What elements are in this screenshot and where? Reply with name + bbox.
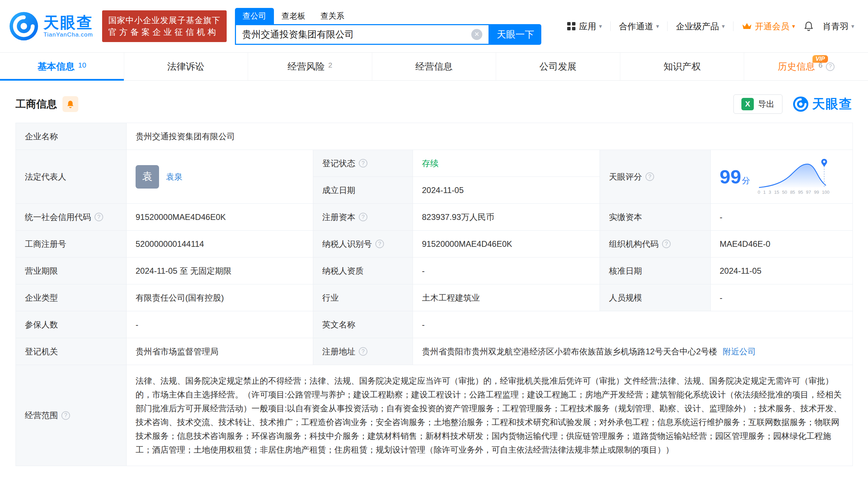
nav-divider: [610, 21, 611, 31]
field-label: 参保人数: [25, 320, 58, 329]
field-label-cell: 营业期限: [16, 257, 127, 284]
top-nav: 应用 ▾ 合作通道 ▾ 企业级产品 ▾ 开通会员 ▾: [567, 21, 854, 32]
score-axis-labels: 01 315 5085 9597 99100: [758, 190, 829, 195]
tab-label: 经营信息: [415, 60, 453, 73]
tab-label: 公司发展: [540, 60, 577, 73]
company-type-cell: 有限责任公司(国有控股): [127, 284, 313, 311]
company-type: 有限责任公司(国有控股): [136, 293, 224, 302]
help-icon[interactable]: ?: [826, 62, 835, 71]
tab-intellectual-property[interactable]: 知识产权: [620, 53, 744, 80]
export-button[interactable]: X 导出: [733, 94, 782, 114]
search-box: ×: [235, 24, 490, 45]
gov-badge-line2: 官方备案企业征信机构: [108, 26, 220, 38]
field-label-cell: 企业类型: [16, 284, 127, 311]
tab-operating-risk[interactable]: 经营风险 2: [248, 53, 372, 80]
nav-vip-upgrade[interactable]: 开通会员 ▾: [742, 21, 795, 32]
clear-icon[interactable]: ×: [471, 29, 482, 40]
business-scope: 法律、法规、国务院决定规定禁止的不得经营；法律、法规、国务院决定规定应当许可（审…: [136, 376, 842, 454]
nav-enterprise-label: 企业级产品: [676, 21, 719, 32]
score-distribution-chart: 01 315 5085 9597 99100: [758, 159, 829, 195]
tab-count: 6: [818, 61, 822, 69]
score-unit: 分: [742, 176, 750, 185]
chevron-down-icon: ▾: [722, 23, 725, 30]
field-label-cell: 企业名称: [16, 123, 127, 150]
nav-enterprise-products[interactable]: 企业级产品 ▾: [676, 21, 725, 32]
field-label: 组织机构代码: [609, 239, 659, 250]
approval-date: 2024-11-05: [720, 266, 761, 275]
field-label-cell: 英文名称: [313, 311, 413, 338]
avatar[interactable]: 袁: [136, 165, 159, 189]
tab-history-info[interactable]: VIP 历史信息 6 ?: [744, 53, 868, 80]
field-label: 登记机关: [25, 347, 58, 356]
crown-icon: [742, 22, 752, 30]
legal-rep-link[interactable]: 袁泉: [166, 171, 183, 182]
nav-cooperation-label: 合作通道: [619, 21, 653, 32]
field-label: 纳税人资质: [322, 266, 364, 275]
taxpayer-id-cell: 91520000MAE4D46E0K: [413, 231, 600, 257]
field-label: 营业期限: [25, 266, 58, 275]
field-label-cell: 天眼评分 ?: [600, 150, 711, 204]
score-value: 99: [720, 166, 741, 188]
help-icon[interactable]: ?: [662, 240, 671, 248]
insured-count: -: [136, 320, 138, 329]
help-icon[interactable]: ?: [359, 159, 367, 168]
establish-date: 2024-11-05: [422, 185, 464, 195]
tab-count: 2: [328, 61, 333, 69]
table-row: 企业名称 贵州交通投资集团有限公司: [16, 123, 853, 150]
search-tab-relation[interactable]: 查关系: [313, 8, 352, 24]
nav-cooperation[interactable]: 合作通道 ▾: [619, 21, 659, 32]
field-label: 核准日期: [609, 266, 642, 275]
notification-bell[interactable]: [803, 21, 814, 32]
nav-user[interactable]: 肖青羽 ▾: [822, 21, 854, 32]
tab-label: 历史信息: [778, 60, 815, 73]
chevron-down-icon: ▾: [599, 23, 602, 30]
staff-size-cell: -: [711, 284, 853, 311]
search-input[interactable]: [242, 29, 471, 40]
field-label: 法定代表人: [25, 172, 66, 181]
tab-operating-info[interactable]: 经营信息: [372, 53, 496, 80]
chevron-down-icon: ▾: [851, 23, 854, 30]
industry-cell: 土木工程建筑业: [413, 284, 600, 311]
reg-address-cell: 贵州省贵阳市贵州双龙航空港经济区小碧布依族苗族乡机场路12号天合中心2号楼 附近…: [413, 338, 853, 365]
nav-apps[interactable]: 应用 ▾: [567, 21, 602, 32]
help-icon[interactable]: ?: [95, 213, 103, 221]
search-tab-boss[interactable]: 查老板: [274, 8, 313, 24]
help-icon[interactable]: ?: [359, 213, 367, 221]
business-info-table: 企业名称 贵州交通投资集团有限公司 法定代表人 袁 袁泉: [16, 123, 853, 466]
legal-rep-cell: 袁 袁泉: [127, 150, 313, 204]
staff-size: -: [720, 293, 722, 302]
field-label: 人员规模: [609, 293, 642, 302]
tab-label: 法律诉讼: [167, 60, 205, 73]
field-label: 行业: [322, 293, 339, 302]
table-row: 营业期限 2024-11-05 至 无固定期限 纳税人资质 - 核准日期 202…: [16, 257, 853, 284]
chevron-down-icon: ▾: [792, 23, 795, 30]
help-icon[interactable]: ?: [375, 240, 384, 248]
table-row: 法定代表人 袁 袁泉 登记状态 ? 存续: [16, 150, 853, 177]
search-area: 查公司 查老板 查关系 × 天眼一下: [235, 8, 541, 45]
search-tab-company[interactable]: 查公司: [235, 8, 274, 24]
excel-icon: X: [741, 98, 754, 110]
field-label-cell: 核准日期: [600, 257, 711, 284]
tab-company-development[interactable]: 公司发展: [496, 53, 620, 80]
paid-capital: -: [720, 212, 722, 222]
help-icon[interactable]: ?: [61, 411, 70, 420]
search-button[interactable]: 天眼一下: [490, 24, 541, 45]
field-label: 纳税人识别号: [322, 239, 372, 250]
brand-logo[interactable]: 天眼查 TianYanCha.com: [9, 11, 93, 41]
tab-basic-info[interactable]: 基本信息 10: [0, 53, 124, 80]
help-icon[interactable]: ?: [645, 172, 654, 181]
tab-label: 知识产权: [663, 60, 701, 73]
tab-legal-proceedings[interactable]: 法律诉讼: [124, 53, 248, 80]
reg-capital-cell: 823937.93万人民币: [413, 204, 600, 231]
help-icon[interactable]: ?: [359, 347, 367, 356]
business-term-cell: 2024-11-05 至 无固定期限: [127, 257, 313, 284]
field-label: 英文名称: [322, 320, 355, 329]
search-tabs: 查公司 查老板 查关系: [235, 8, 541, 24]
field-label: 实缴资本: [609, 212, 642, 222]
nearby-companies-link[interactable]: 附近公司: [723, 346, 756, 357]
field-label: 企业名称: [25, 132, 58, 141]
credit-code: 91520000MAE4D46E0K: [136, 212, 226, 222]
monitor-bell-button[interactable]: [62, 96, 78, 112]
reg-capital: 823937.93万人民币: [422, 212, 494, 222]
taxpayer-quality-cell: -: [413, 257, 600, 284]
